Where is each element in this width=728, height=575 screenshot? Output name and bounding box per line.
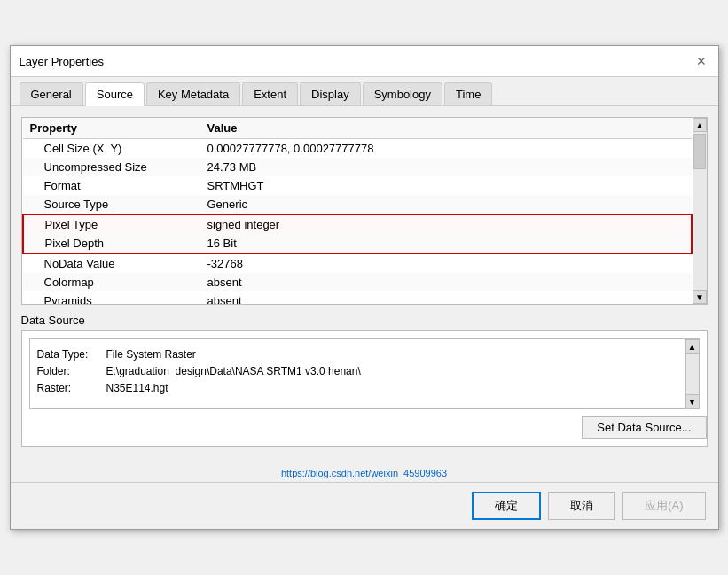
ds-value: N35E114.hgt (106, 380, 168, 397)
data-source-label: Data Source (21, 314, 708, 327)
close-button[interactable]: ✕ (693, 53, 709, 69)
value-cell: absent (200, 273, 692, 291)
property-cell: Pixel Depth (23, 234, 200, 253)
col-header-property: Property (23, 118, 200, 139)
tab-general[interactable]: General (20, 82, 83, 105)
set-data-btn-row: Set Data Source... (22, 416, 707, 446)
title-bar: Layer Properties ✕ (11, 46, 718, 77)
ds-key: Folder: (37, 363, 99, 380)
col-header-value: Value (200, 118, 692, 139)
value-cell: -32768 (200, 253, 692, 273)
value-cell: Generic (200, 195, 692, 214)
ds-scrollbar-up[interactable]: ▲ (685, 339, 700, 354)
ds-value: E:\graduation_design\Data\NASA SRTM1 v3.… (106, 363, 361, 380)
data-source-inner: Data Type:File System RasterFolder:E:\gr… (22, 331, 707, 416)
tab-key-metadata[interactable]: Key Metadata (146, 82, 240, 105)
property-cell: NoData Value (23, 253, 200, 273)
apply-button[interactable]: 应用(A) (622, 492, 705, 520)
data-source-text: Data Type:File System RasterFolder:E:\gr… (29, 338, 685, 409)
scrollbar-up-arrow[interactable]: ▲ (693, 118, 707, 132)
table-row: NoData Value-32768 (23, 253, 692, 273)
tab-time[interactable]: Time (444, 82, 492, 105)
property-cell: Uncompressed Size (23, 158, 200, 176)
cancel-button[interactable]: 取消 (548, 492, 615, 520)
properties-scroll-wrapper: Property Value Cell Size (X, Y)0.0002777… (22, 118, 707, 304)
tab-source[interactable]: Source (85, 82, 145, 106)
property-cell: Pixel Type (23, 214, 200, 234)
value-cell: signed integer (200, 214, 692, 234)
value-cell: 0.00027777778, 0.00027777778 (200, 139, 692, 159)
properties-section: Property Value Cell Size (X, Y)0.0002777… (21, 117, 708, 305)
table-row: Uncompressed Size24.73 MB (23, 158, 692, 176)
properties-table: Property Value Cell Size (X, Y)0.0002777… (22, 118, 693, 304)
table-row: Colormapabsent (23, 273, 692, 291)
table-row: Pyramidsabsent (23, 291, 692, 304)
tab-display[interactable]: Display (300, 82, 361, 105)
set-data-source-button[interactable]: Set Data Source... (582, 416, 706, 439)
property-cell: Cell Size (X, Y) (23, 139, 200, 159)
property-cell: Pyramids (23, 291, 200, 304)
data-source-scrollbar[interactable]: ▲ ▼ (685, 338, 700, 409)
table-row: Pixel Typesigned integer (23, 214, 692, 234)
url-bar: https://blog.csdn.net/weixin_45909963 (11, 466, 718, 482)
tab-extent[interactable]: Extent (242, 82, 298, 105)
ds-scrollbar-down[interactable]: ▼ (685, 394, 700, 408)
ds-key: Raster: (37, 380, 99, 397)
ds-key: Data Type: (37, 346, 99, 363)
properties-scrollbar[interactable]: ▲ ▼ (693, 118, 707, 304)
table-row: Source TypeGeneric (23, 195, 692, 214)
value-cell: 24.73 MB (200, 158, 692, 176)
content-area: Property Value Cell Size (X, Y)0.0002777… (11, 106, 718, 466)
table-row: Cell Size (X, Y)0.00027777778, 0.0002777… (23, 139, 692, 159)
footer: 确定 取消 应用(A) (11, 482, 718, 529)
dialog-title: Layer Properties (20, 55, 104, 68)
property-cell: Format (23, 176, 200, 195)
tab-bar: General Source Key Metadata Extent Displ… (11, 77, 718, 106)
value-cell: SRTMHGT (200, 176, 692, 195)
scrollbar-down-arrow[interactable]: ▼ (693, 290, 707, 304)
ds-value: File System Raster (106, 346, 196, 363)
layer-properties-dialog: Layer Properties ✕ General Source Key Me… (10, 45, 719, 530)
property-cell: Source Type (23, 195, 200, 214)
properties-table-wrap: Property Value Cell Size (X, Y)0.0002777… (22, 118, 693, 304)
property-cell: Colormap (23, 273, 200, 291)
data-source-section: Data Type:File System RasterFolder:E:\gr… (21, 330, 708, 447)
scrollbar-thumb[interactable] (693, 134, 706, 169)
value-cell: 16 Bit (200, 234, 692, 253)
tab-symbology[interactable]: Symbology (363, 82, 442, 105)
confirm-button[interactable]: 确定 (472, 492, 541, 520)
table-row: Pixel Depth16 Bit (23, 234, 692, 253)
value-cell: absent (200, 291, 692, 304)
table-row: FormatSRTMHGT (23, 176, 692, 195)
